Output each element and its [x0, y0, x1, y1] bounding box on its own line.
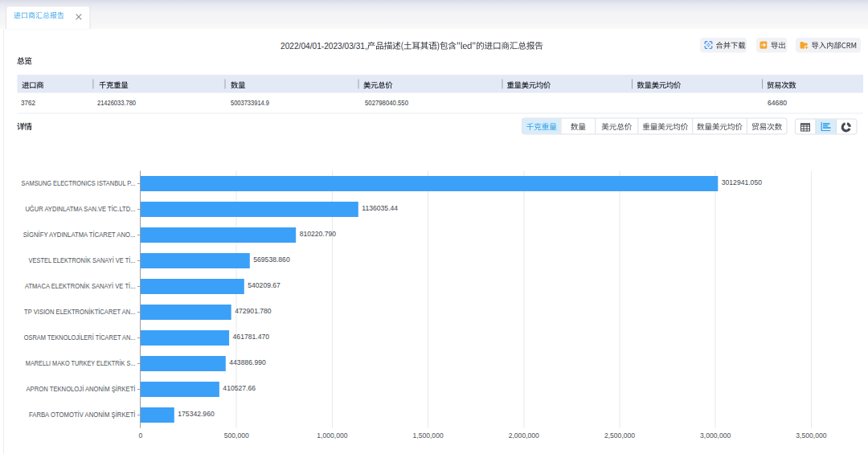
svg-text:5003733914.9: 5003733914.9 [231, 98, 269, 107]
svg-text:OSRAM TEKNOLOJİLERİ TİCARET AN: OSRAM TEKNOLOJİLERİ TİCARET AN... [24, 333, 136, 342]
svg-text:410527.66: 410527.66 [223, 384, 256, 392]
svg-text:2,000,000: 2,000,000 [509, 432, 539, 440]
svg-text:21426033.780: 21426033.780 [97, 98, 136, 107]
svg-text:3,000,000: 3,000,000 [700, 432, 731, 440]
svg-text:3762: 3762 [21, 98, 35, 107]
svg-text:FARBA OTOMOTİV ANONİM ŞİRKETİ: FARBA OTOMOTİV ANONİM ŞİRKETİ [29, 411, 136, 419]
svg-text:3012941.050: 3012941.050 [722, 178, 762, 186]
svg-text:APRON TEKNOLOJİ ANONİM ŞİRKETİ: APRON TEKNOLOJİ ANONİM ŞİRKETİ [27, 385, 136, 393]
svg-text:810220.790: 810220.790 [300, 230, 337, 238]
svg-text:VESTEL ELEKTRONİK SANAYİ VE Tİ: VESTEL ELEKTRONİK SANAYİ VE Tİ... [29, 256, 136, 264]
svg-text:1,000,000: 1,000,000 [317, 432, 347, 440]
svg-text:ATMACA ELEKTRONİK SANAYİ VE Tİ: ATMACA ELEKTRONİK SANAYİ VE Tİ... [25, 282, 136, 290]
svg-text:3,500,000: 3,500,000 [796, 432, 826, 440]
svg-text:540209.67: 540209.67 [248, 281, 280, 289]
svg-text:461781.470: 461781.470 [233, 333, 270, 341]
svg-text:2,500,000: 2,500,000 [604, 432, 635, 440]
svg-text:175342.960: 175342.960 [178, 410, 215, 418]
svg-text:500,000: 500,000 [224, 432, 249, 440]
svg-text:2022/04/01-2023/03/31,: 2022/04/01-2023/03/31, [280, 40, 367, 51]
svg-text:502798040.550: 502798040.550 [365, 98, 408, 107]
svg-text:TP VISION ELEKTRONİKTİCARET AN: TP VISION ELEKTRONİKTİCARET AN... [24, 308, 135, 316]
svg-text:443886.990: 443886.990 [229, 358, 266, 366]
svg-text:1,500,000: 1,500,000 [412, 432, 443, 440]
svg-text:SİGNİFY AYDINLATMA TİCARET ANO: SİGNİFY AYDINLATMA TİCARET ANO... [23, 231, 136, 239]
svg-text:569538.860: 569538.860 [253, 256, 290, 264]
svg-text:UĞUR AYDINLATMA SAN.VE TİC.LTD: UĞUR AYDINLATMA SAN.VE TİC.LTD... [25, 205, 135, 213]
svg-text:64680: 64680 [768, 98, 787, 107]
svg-text:MARELLI MAKO TURKEY ELEKTRİK S: MARELLI MAKO TURKEY ELEKTRİK S... [26, 359, 136, 367]
svg-text:1136035.44: 1136035.44 [362, 204, 398, 212]
svg-text:SAMSUNG ELECTRONICS ISTANBUL P: SAMSUNG ELECTRONICS ISTANBUL P... [22, 179, 136, 187]
svg-text:472901.780: 472901.780 [235, 307, 272, 315]
svg-text:0: 0 [139, 432, 143, 440]
